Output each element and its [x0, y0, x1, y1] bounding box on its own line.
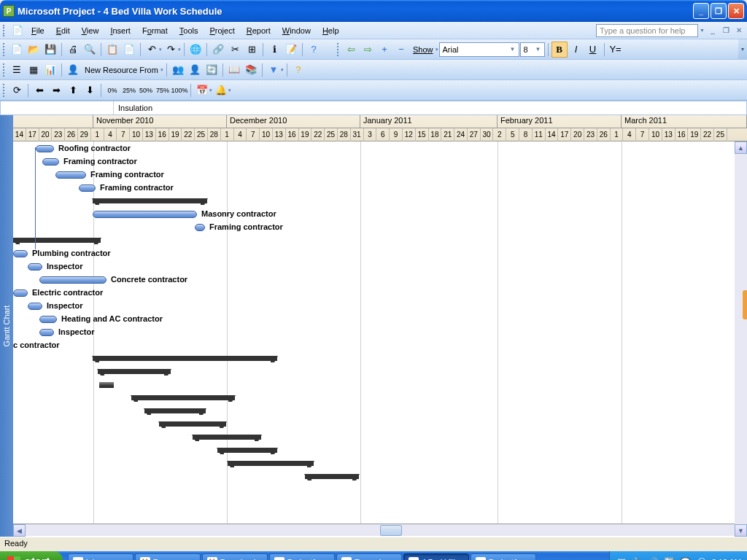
- filter-button[interactable]: Y=: [608, 42, 624, 58]
- pct-100-button[interactable]: 100%: [171, 82, 187, 98]
- start-button[interactable]: start: [0, 551, 63, 560]
- doc-minimize-button[interactable]: _: [708, 26, 718, 36]
- link-button[interactable]: 🌐: [187, 42, 204, 58]
- view-button[interactable]: ☰: [9, 62, 25, 78]
- book-button[interactable]: 📖: [226, 62, 242, 78]
- scroll-up-button[interactable]: ▲: [735, 141, 747, 154]
- scroll-down-button[interactable]: ▼: [735, 524, 747, 537]
- taskbar-task[interactable]: PProject1: [471, 553, 536, 560]
- share-button[interactable]: 👥: [170, 62, 186, 78]
- link-tasks-button[interactable]: 🔗: [210, 42, 226, 58]
- minus-button[interactable]: −: [393, 42, 409, 58]
- menu-tools[interactable]: Tools: [174, 24, 204, 37]
- tray-shield-icon[interactable]: 🛡: [616, 556, 627, 560]
- split-button[interactable]: ⊞: [244, 42, 260, 58]
- view-sidebar[interactable]: Gantt Chart: [0, 115, 13, 537]
- task-bar[interactable]: [305, 474, 359, 479]
- arrow-right-button[interactable]: ⇨: [360, 42, 376, 58]
- notes-button[interactable]: 📝: [283, 42, 299, 58]
- open-button[interactable]: 📂: [26, 42, 42, 58]
- taskbar-task[interactable]: 🦊Researc...: [135, 553, 201, 560]
- new-button[interactable]: 📄: [9, 42, 25, 58]
- menu-report[interactable]: Report: [241, 24, 276, 37]
- tray-bluetooth-icon[interactable]: ⦿: [696, 556, 708, 560]
- maximize-button[interactable]: ❐: [711, 3, 727, 19]
- scroll-thumb[interactable]: [380, 525, 402, 536]
- tray-volume-icon[interactable]: 🔊: [648, 556, 659, 560]
- menubar-icon[interactable]: 📄: [9, 23, 26, 39]
- task-bar[interactable]: [93, 356, 277, 361]
- vertical-scrollbar[interactable]: ▲ ▼: [735, 141, 747, 537]
- task-bar[interactable]: [55, 171, 86, 179]
- taskbar-task[interactable]: ✉Inbox - ...: [68, 553, 133, 560]
- help-button[interactable]: ?: [306, 42, 322, 58]
- task-bar[interactable]: [228, 461, 314, 466]
- update-button[interactable]: ⬇: [82, 82, 98, 98]
- task-bar[interactable]: [39, 329, 54, 336]
- track-button[interactable]: ⟳: [9, 82, 25, 98]
- doc-close-button[interactable]: ✕: [734, 26, 744, 36]
- menu-view[interactable]: View: [76, 24, 105, 37]
- taskbar-task[interactable]: P4 Bed Vill...: [403, 553, 469, 560]
- dropdown-icon[interactable]: ▾: [209, 88, 212, 93]
- task-bar[interactable]: [36, 145, 54, 152]
- paste-button[interactable]: 📄: [121, 42, 137, 58]
- system-tray[interactable]: 🛡 🔌 🔊 🔄 💬 ⦿ 2:19 AM: [609, 551, 747, 560]
- minimize-button[interactable]: _: [693, 3, 709, 19]
- taskbar-task[interactable]: PExample ...: [336, 553, 402, 560]
- arrow-left-button[interactable]: ⇦: [343, 42, 359, 58]
- pool-button[interactable]: 📚: [243, 62, 259, 78]
- task-bar[interactable]: [93, 198, 207, 203]
- task-bar[interactable]: [39, 316, 57, 323]
- dropdown-icon[interactable]: ▾: [436, 47, 438, 52]
- help-search-input[interactable]: [596, 24, 698, 37]
- dropdown-icon[interactable]: ▾: [228, 88, 231, 93]
- gantt-body[interactable]: Roofing contractorFraming contractorFram…: [13, 141, 747, 524]
- menu-edit[interactable]: Edit: [50, 24, 76, 37]
- unlink-button[interactable]: ✂: [227, 42, 243, 58]
- taskbar-task[interactable]: PProject1 ...: [269, 553, 335, 560]
- dropdown-icon[interactable]: ▾: [178, 47, 181, 52]
- task-bar[interactable]: [93, 211, 197, 218]
- close-button[interactable]: ✕: [728, 3, 744, 19]
- tray-sync-icon[interactable]: 🔄: [664, 556, 676, 560]
- menu-file[interactable]: File: [26, 24, 50, 37]
- show-label[interactable]: Show: [410, 45, 436, 54]
- menu-format[interactable]: Format: [136, 24, 174, 37]
- pct-50-button[interactable]: 50%: [138, 82, 154, 98]
- menu-project[interactable]: Project: [204, 24, 240, 37]
- indent-out-button[interactable]: ⬅: [31, 82, 47, 98]
- task-bar[interactable]: [99, 382, 114, 388]
- entry-value[interactable]: Insulation: [114, 104, 746, 112]
- resource-button[interactable]: 👤: [65, 62, 81, 78]
- print-button[interactable]: 🖨: [65, 42, 81, 58]
- tray-network-icon[interactable]: 🔌: [632, 556, 643, 560]
- plus-button[interactable]: +: [376, 42, 392, 58]
- task-bar[interactable]: [193, 435, 261, 440]
- help-icon[interactable]: ?: [290, 62, 306, 78]
- pct-0-button[interactable]: 0%: [104, 82, 120, 98]
- copy-button[interactable]: 📋: [104, 42, 120, 58]
- task-bar[interactable]: [195, 224, 205, 231]
- reminder-button[interactable]: 🔔: [213, 82, 229, 98]
- pct-75-button[interactable]: 75%: [155, 82, 171, 98]
- underline-button[interactable]: U: [585, 42, 601, 58]
- indent-in-button[interactable]: ➡: [48, 82, 64, 98]
- filter-button[interactable]: ▼: [266, 62, 282, 78]
- info-button[interactable]: ℹ: [266, 42, 282, 58]
- taskbar-task[interactable]: 🦊Downloads: [202, 553, 268, 560]
- outdent-button[interactable]: ⬆: [65, 82, 81, 98]
- overflow-icon[interactable]: ▾: [738, 39, 747, 60]
- substitute-button[interactable]: 🔄: [204, 62, 220, 78]
- task-bar[interactable]: [39, 276, 107, 284]
- pct-25-button[interactable]: 25%: [121, 82, 137, 98]
- task-bar[interactable]: [42, 158, 59, 166]
- assign-button[interactable]: 👤: [187, 62, 203, 78]
- task-bar[interactable]: [217, 448, 277, 453]
- doc-restore-button[interactable]: ❐: [721, 26, 731, 36]
- menu-window[interactable]: Window: [276, 24, 317, 37]
- chart-button[interactable]: 📊: [42, 62, 58, 78]
- save-button[interactable]: 💾: [42, 42, 58, 58]
- task-bar[interactable]: [13, 238, 101, 243]
- help-dropdown-icon[interactable]: ▼: [700, 28, 705, 33]
